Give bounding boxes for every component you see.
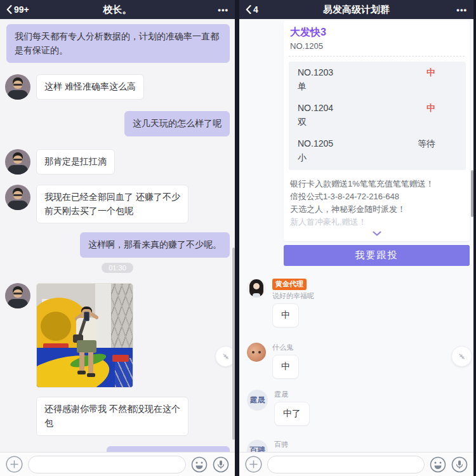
message-bubble: 大家一起赚钱，不用客气。 bbox=[107, 446, 230, 453]
voice-button[interactable] bbox=[213, 456, 229, 473]
message-bubble: 我们每天都有专人分析数据的，计划的准确率一直都是有保证的。 bbox=[6, 24, 230, 63]
avatar[interactable] bbox=[5, 283, 30, 308]
voice-button[interactable] bbox=[451, 456, 468, 473]
message-bubble: 这样啊，那看来真的赚了不少呢。 bbox=[80, 232, 230, 258]
microphone-icon bbox=[213, 456, 229, 473]
photo-message[interactable] bbox=[36, 283, 133, 388]
right-scrollbar-thumb[interactable] bbox=[471, 170, 473, 217]
message-sent: 我们每天都有专人分析数据的，计划的准确率一直都是有保证的。 bbox=[5, 24, 230, 63]
issue-no: NO.1205 bbox=[298, 138, 333, 149]
message-received: 那肯定是扛扛滴 bbox=[5, 149, 230, 175]
message-bubble: 中了 bbox=[274, 402, 310, 426]
message-bubble: 还得感谢你带我 不然都没现在这个 包 bbox=[36, 397, 188, 435]
right-message-list: 大发快3 NO.1205 NO.1203单 中 NO.1204双 中 NO.12… bbox=[239, 19, 473, 452]
plus-icon bbox=[6, 456, 23, 473]
message-bubble: 我现在已经全部回血了 还赚了不少 前天刚去买了一个包呢 bbox=[36, 185, 188, 223]
smiley-icon bbox=[430, 456, 446, 473]
plan-results-box: NO.1203单 中 NO.1204双 中 NO.1205小 等待 bbox=[289, 62, 466, 170]
collapse-arrows-icon bbox=[457, 352, 466, 361]
screen-edge-strip bbox=[473, 0, 476, 476]
pick: 单 bbox=[298, 81, 333, 93]
message-bubble: 那肯定是扛扛滴 bbox=[36, 149, 115, 175]
more-menu-button[interactable]: ••• bbox=[456, 5, 467, 15]
emoji-button[interactable] bbox=[191, 456, 208, 473]
group-message: 百骋 百骋 五连中，计划牛逼啊。 bbox=[239, 440, 470, 452]
current-issue: NO.1205 bbox=[290, 41, 463, 51]
result-badge: 等待 bbox=[418, 138, 435, 164]
back-button[interactable]: 4 bbox=[246, 4, 258, 15]
plan-row: NO.1205小 等待 bbox=[289, 133, 466, 169]
sender-name: 百骋 bbox=[274, 440, 288, 449]
plan-card: 大发快3 NO.1205 NO.1203单 中 NO.1204双 中 NO.12… bbox=[284, 21, 470, 241]
message-sent: 大家一起赚钱，不用客气。 bbox=[5, 446, 230, 453]
follow-bet-button[interactable]: 我要跟投 bbox=[284, 245, 470, 266]
plan-row: NO.1204双 中 bbox=[289, 98, 466, 133]
avatar[interactable] bbox=[5, 185, 30, 210]
more-menu-button[interactable]: ••• bbox=[218, 5, 228, 15]
chevron-down-icon bbox=[373, 231, 381, 236]
collapse-window-button[interactable] bbox=[451, 346, 472, 367]
panel-divider bbox=[235, 0, 239, 476]
pick: 双 bbox=[298, 117, 333, 128]
emoji-button[interactable] bbox=[430, 456, 446, 473]
promo-line: 银行卡入款赠送1%笔笔充值笔笔赠送！ bbox=[290, 178, 463, 190]
promo-line: 倍投公式1-3-8-24-72-216-648 bbox=[290, 190, 463, 203]
message-received bbox=[5, 283, 230, 388]
pick: 小 bbox=[298, 152, 333, 164]
private-chat-panel: 99+ 校长。 ••• 我们每天都有专人分析数据的，计划的准确率一直都是有保证的… bbox=[0, 0, 235, 476]
microphone-icon bbox=[451, 456, 468, 473]
dashed-divider bbox=[289, 56, 465, 56]
message-input[interactable] bbox=[28, 456, 186, 473]
message-received: 这样 难怪准确率这么高 bbox=[5, 74, 230, 100]
photo-shape bbox=[41, 312, 71, 341]
avatar[interactable]: 百骋 bbox=[247, 440, 268, 452]
back-chevron-icon bbox=[6, 5, 12, 14]
chat-title: 校长。 bbox=[0, 4, 235, 16]
avatar[interactable]: 霆晟 bbox=[247, 390, 268, 411]
promo-line: 天选之人，神秘彩金随时派发！ bbox=[290, 203, 463, 216]
back-button[interactable]: 99+ bbox=[6, 4, 29, 15]
sender-name: 霆晟 bbox=[274, 390, 288, 399]
right-input-bar bbox=[239, 452, 473, 476]
message-input[interactable] bbox=[267, 456, 425, 473]
chat-title: 易发高级计划群 bbox=[239, 4, 473, 16]
message-received: 我现在已经全部回血了 还赚了不少 前天刚去买了一个包呢 bbox=[5, 185, 230, 223]
sender-name: 说好的幸福呢 bbox=[272, 291, 314, 301]
left-input-bar bbox=[0, 452, 235, 476]
group-chat-panel: 4 易发高级计划群 ••• 大发快3 NO.1205 NO.1203单 中 bbox=[239, 0, 473, 476]
dual-chat-screenshot: 99+ 校长。 ••• 我们每天都有专人分析数据的，计划的准确率一直都是有保证的… bbox=[0, 0, 476, 476]
timestamp: 01:30 bbox=[102, 263, 133, 273]
left-header: 99+ 校长。 ••• bbox=[0, 0, 235, 19]
attach-plus-button[interactable] bbox=[245, 456, 262, 473]
avatar[interactable] bbox=[247, 279, 266, 298]
attach-plus-button[interactable] bbox=[6, 456, 23, 473]
avatar[interactable] bbox=[247, 343, 266, 362]
message-sent: 这几天玩的怎么样了呢 bbox=[5, 111, 230, 136]
issue-no: NO.1204 bbox=[298, 103, 333, 113]
group-message: 黄金代理 说好的幸福呢 中 bbox=[239, 279, 470, 327]
smiley-icon bbox=[191, 456, 208, 473]
right-header: 4 易发高级计划群 ••• bbox=[239, 0, 473, 19]
left-scrollbar-thumb[interactable] bbox=[232, 248, 235, 440]
timestamp-divider: 01:30 bbox=[5, 263, 230, 273]
result-badge: 中 bbox=[426, 67, 435, 93]
role-badge: 黄金代理 bbox=[272, 279, 307, 290]
lottery-name: 大发快3 bbox=[290, 26, 463, 39]
issue-no: NO.1203 bbox=[298, 67, 333, 77]
avatar[interactable] bbox=[5, 149, 30, 175]
plus-icon bbox=[245, 456, 262, 473]
expand-promo-button[interactable] bbox=[284, 228, 470, 241]
result-badge: 中 bbox=[426, 103, 435, 128]
sender-name: 什么鬼 bbox=[272, 343, 293, 352]
collapse-arrows-icon bbox=[221, 352, 230, 361]
message-received: 还得感谢你带我 不然都没现在这个 包 bbox=[5, 397, 230, 435]
message-bubble: 这几天玩的怎么样了呢 bbox=[124, 111, 230, 136]
message-bubble: 中 bbox=[272, 303, 299, 327]
avatar[interactable] bbox=[5, 74, 30, 100]
unread-count: 4 bbox=[253, 4, 258, 15]
promo-text: 银行卡入款赠送1%笔笔充值笔笔赠送！ 倍投公式1-3-8-24-72-216-6… bbox=[284, 174, 470, 228]
group-message: 霆晟 霆晟 中了 bbox=[239, 390, 470, 426]
message-bubble: 中 bbox=[272, 355, 299, 379]
left-message-list: 我们每天都有专人分析数据的，计划的准确率一直都是有保证的。 这样 难怪准确率这么… bbox=[0, 19, 235, 452]
plan-row: NO.1203单 中 bbox=[289, 63, 466, 98]
